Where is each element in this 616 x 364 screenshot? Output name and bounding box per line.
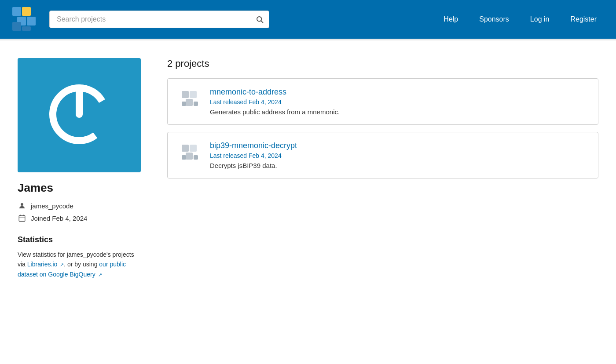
svg-rect-17 <box>190 91 197 98</box>
svg-rect-25 <box>194 155 198 160</box>
project-released: Last released Feb 4, 2024 <box>210 98 587 106</box>
svg-rect-19 <box>182 102 186 106</box>
svg-line-8 <box>261 21 263 22</box>
register-link[interactable]: Register <box>560 15 607 23</box>
calendar-icon <box>18 214 26 222</box>
svg-point-11 <box>21 203 23 206</box>
project-info: bip39-mnemonic-decrypt Last released Feb… <box>210 141 587 169</box>
project-description: Decrypts jsBIP39 data. <box>210 162 587 169</box>
search-input[interactable] <box>49 11 269 28</box>
svg-rect-20 <box>194 102 198 106</box>
svg-rect-12 <box>19 215 25 222</box>
project-card[interactable]: mnemonic-to-address Last released Feb 4,… <box>167 78 598 125</box>
username-meta: james_pycode <box>18 202 141 210</box>
logo-area <box>9 4 40 35</box>
svg-rect-21 <box>182 145 189 152</box>
libraries-io-link[interactable]: Libraries.io ↗ <box>27 261 64 268</box>
svg-rect-4 <box>27 17 36 25</box>
site-header: Help Sponsors Log in Register <box>0 0 616 39</box>
sidebar: James james_pycode <box>18 58 141 279</box>
ext-icon-2: ↗ <box>98 272 102 277</box>
joined-text: Joined Feb 4, 2024 <box>31 215 87 222</box>
project-released: Last released Feb 4, 2024 <box>210 152 587 159</box>
search-button[interactable] <box>250 11 269 28</box>
search-icon <box>256 15 264 23</box>
svg-rect-23 <box>186 153 193 160</box>
svg-rect-22 <box>190 145 197 152</box>
project-package-icon <box>178 141 201 164</box>
svg-rect-24 <box>182 155 186 160</box>
project-name[interactable]: bip39-mnemonic-decrypt <box>210 141 587 150</box>
project-info: mnemonic-to-address Last released Feb 4,… <box>210 87 587 116</box>
statistics-text: View statistics for james_pycode's proje… <box>18 250 141 279</box>
stats-text-2: , or by using <box>64 261 99 268</box>
svg-rect-6 <box>22 26 31 31</box>
projects-count: 2 projects <box>167 58 598 69</box>
help-link[interactable]: Help <box>433 15 469 23</box>
svg-rect-16 <box>182 91 189 98</box>
svg-rect-1 <box>12 7 21 16</box>
svg-rect-2 <box>22 7 31 16</box>
sponsors-link[interactable]: Sponsors <box>469 15 520 23</box>
search-area <box>49 11 269 28</box>
project-card[interactable]: bip39-mnemonic-decrypt Last released Feb… <box>167 132 598 178</box>
power-icon <box>40 75 119 156</box>
username-text: james_pycode <box>31 202 73 210</box>
svg-rect-18 <box>186 99 193 106</box>
login-link[interactable]: Log in <box>520 15 560 23</box>
main-nav: Help Sponsors Log in Register <box>433 15 607 23</box>
project-package-icon <box>178 87 201 110</box>
project-name[interactable]: mnemonic-to-address <box>210 87 587 97</box>
ext-icon-1: ↗ <box>60 262 64 267</box>
user-display-name: James <box>18 181 141 195</box>
user-meta: james_pycode Joined Feb 4, 2024 <box>18 202 141 222</box>
projects-list: mnemonic-to-address Last released Feb 4,… <box>167 78 598 178</box>
projects-area: 2 projects mnemonic-to-address Last rele… <box>167 58 598 279</box>
pypi-logo <box>9 4 40 35</box>
account-icon <box>18 202 26 210</box>
statistics-section: Statistics View statistics for james_pyc… <box>18 235 141 279</box>
joined-meta: Joined Feb 4, 2024 <box>18 214 141 222</box>
main-content: James james_pycode <box>0 40 616 297</box>
statistics-heading: Statistics <box>18 235 141 244</box>
user-avatar <box>18 58 141 172</box>
svg-rect-5 <box>12 22 21 31</box>
project-description: Generates public address from a mnemonic… <box>210 108 587 116</box>
